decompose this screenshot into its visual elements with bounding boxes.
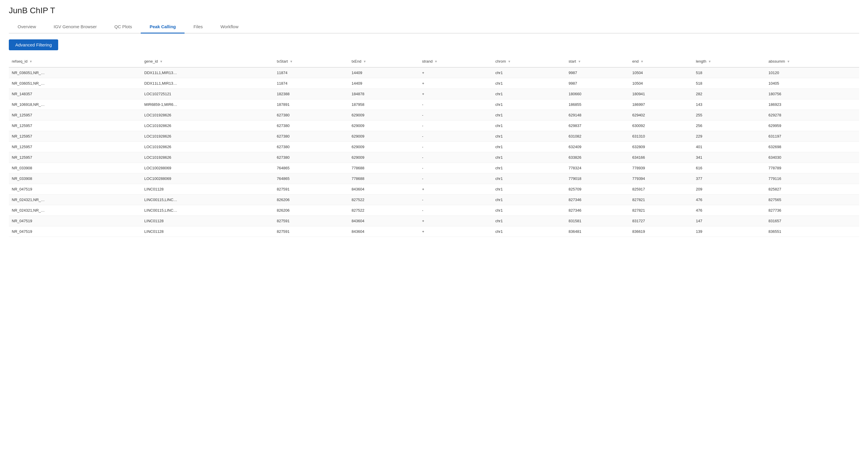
cell-row3-col0: NR_106918,NR_… [9,99,141,110]
cell-row15-col4: + [419,226,493,237]
filter-icon-length[interactable]: ▼ [708,60,711,63]
col-refseq-id: refseq_id ▼ [9,56,141,67]
cell-row8-col8: 341 [693,152,766,163]
cell-row1-col9: 10405 [766,78,859,89]
table-header: refseq_id ▼ gene_id ▼ txStart ▼ [9,56,859,67]
cell-row0-col3: 14409 [348,67,419,78]
cell-row11-col9: 825827 [766,184,859,195]
table-row[interactable]: NR_125957LOC101928626627380629009-chr163… [9,142,859,152]
cell-row4-col4: - [419,110,493,120]
cell-row0-col7: 10504 [629,67,693,78]
tab-overview[interactable]: Overview [9,21,45,33]
table-row[interactable]: NR_024321,NR_…LINC00115,LINC…82620682752… [9,205,859,216]
cell-row14-col9: 831657 [766,216,859,226]
cell-row1-col1: DDX11L1,MIR13… [141,78,274,89]
cell-row5-col2: 627380 [274,120,348,131]
table-row[interactable]: NR_033908LOC100288069764865778688-chr177… [9,163,859,173]
cell-row14-col7: 831727 [629,216,693,226]
cell-row7-col5: chr1 [493,142,566,152]
cell-row6-col4: - [419,131,493,142]
cell-row9-col1: LOC100288069 [141,163,274,173]
filter-icon-abssumm[interactable]: ▼ [787,60,790,63]
advanced-filtering-button[interactable]: Advanced Filtering [9,39,58,50]
cell-row7-col9: 632698 [766,142,859,152]
cell-row5-col4: - [419,120,493,131]
table-row[interactable]: NR_125957LOC101928626627380629009-chr162… [9,120,859,131]
cell-row15-col9: 836551 [766,226,859,237]
cell-row11-col4: + [419,184,493,195]
cell-row10-col7: 779394 [629,173,693,184]
table-row[interactable]: NR_047519LINC01128827591843604+chr183158… [9,216,859,226]
cell-row14-col5: chr1 [493,216,566,226]
filter-icon-end[interactable]: ▼ [640,60,644,63]
cell-row6-col7: 631310 [629,131,693,142]
cell-row5-col0: NR_125957 [9,120,141,131]
cell-row10-col9: 779116 [766,173,859,184]
cell-row9-col5: chr1 [493,163,566,173]
table-row[interactable]: NR_125957LOC101928626627380629009-chr163… [9,152,859,163]
cell-row10-col4: - [419,173,493,184]
filter-icon-gene[interactable]: ▼ [160,60,163,63]
cell-row7-col2: 627380 [274,142,348,152]
tab-qc[interactable]: QC Plots [105,21,141,33]
cell-row0-col9: 10120 [766,67,859,78]
cell-row8-col2: 627380 [274,152,348,163]
cell-row6-col8: 229 [693,131,766,142]
cell-row9-col9: 778789 [766,163,859,173]
filter-icon-start[interactable]: ▼ [578,60,581,63]
cell-row1-col4: + [419,78,493,89]
filter-icon-chrom[interactable]: ▼ [508,60,511,63]
col-txstart: txStart ▼ [274,56,348,67]
cell-row9-col3: 778688 [348,163,419,173]
cell-row14-col0: NR_047519 [9,216,141,226]
cell-row0-col8: 518 [693,67,766,78]
cell-row12-col1: LINC00115,LINC… [141,195,274,205]
cell-row12-col9: 827565 [766,195,859,205]
table-row[interactable]: NR_036051,NR_…DDX11L1,MIR13…1187414409+c… [9,78,859,89]
col-txend: txEnd ▼ [348,56,419,67]
filter-icon-txstart[interactable]: ▼ [290,60,293,63]
cell-row10-col6: 779018 [566,173,629,184]
cell-row10-col3: 778688 [348,173,419,184]
cell-row8-col6: 633826 [566,152,629,163]
table-row[interactable]: NR_125957LOC101928626627380629009-chr163… [9,131,859,142]
col-start: start ▼ [566,56,629,67]
cell-row14-col1: LINC01128 [141,216,274,226]
cell-row4-col2: 627380 [274,110,348,120]
table-row[interactable]: NR_148357LOC102725121182388184878+chr118… [9,89,859,99]
filter-icon-refseq[interactable]: ▼ [29,60,32,63]
table-row[interactable]: NR_024321,NR_…LINC00115,LINC…82620682752… [9,195,859,205]
tab-peak-calling[interactable]: Peak Calling [141,21,185,33]
cell-row13-col4: - [419,205,493,216]
filter-icon-strand[interactable]: ▼ [434,60,437,63]
tab-workflow[interactable]: Workflow [212,21,247,33]
cell-row10-col0: NR_033908 [9,173,141,184]
cell-row13-col1: LINC00115,LINC… [141,205,274,216]
cell-row14-col3: 843604 [348,216,419,226]
cell-row4-col1: LOC101928626 [141,110,274,120]
cell-row4-col0: NR_125957 [9,110,141,120]
filter-icon-txend[interactable]: ▼ [363,60,366,63]
cell-row13-col6: 827346 [566,205,629,216]
table-row[interactable]: NR_047519LINC01128827591843604+chr183648… [9,226,859,237]
col-length: length ▼ [693,56,766,67]
cell-row8-col5: chr1 [493,152,566,163]
cell-row3-col2: 187891 [274,99,348,110]
table-row[interactable]: NR_036051,NR_…DDX11L1,MIR13…1187414409+c… [9,67,859,78]
cell-row4-col6: 629148 [566,110,629,120]
cell-row13-col8: 476 [693,205,766,216]
cell-row3-col5: chr1 [493,99,566,110]
cell-row10-col8: 377 [693,173,766,184]
table-row[interactable]: NR_125957LOC101928626627380629009-chr162… [9,110,859,120]
cell-row0-col6: 9987 [566,67,629,78]
cell-row3-col8: 143 [693,99,766,110]
tab-igv[interactable]: IGV Genome Browser [45,21,106,33]
table-row[interactable]: NR_047519LINC01128827591843604+chr182570… [9,184,859,195]
table-row[interactable]: NR_033908LOC100288069764865778688-chr177… [9,173,859,184]
cell-row6-col5: chr1 [493,131,566,142]
tab-files[interactable]: Files [185,21,212,33]
cell-row15-col0: NR_047519 [9,226,141,237]
data-table-wrapper: refseq_id ▼ gene_id ▼ txStart ▼ [9,56,859,237]
table-row[interactable]: NR_106918,NR_…MIR6859-1,MIR6…18789118795… [9,99,859,110]
cell-row3-col3: 187958 [348,99,419,110]
